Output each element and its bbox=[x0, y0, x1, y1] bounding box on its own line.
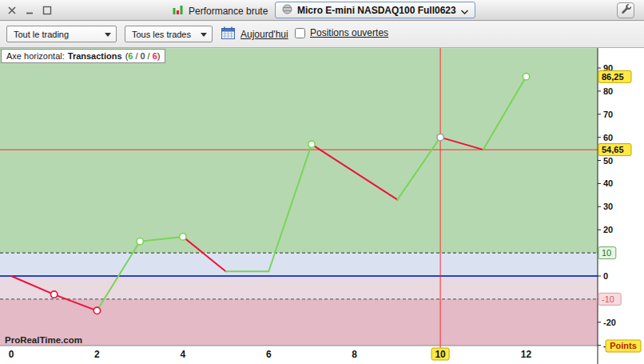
performance-tab: Performance brute bbox=[173, 4, 268, 18]
svg-text:20: 20 bbox=[603, 225, 613, 234]
open-positions-label: Positions ouvertes bbox=[310, 27, 388, 38]
minimize-icon[interactable] bbox=[25, 6, 34, 15]
wins-count: 6 bbox=[128, 51, 133, 61]
instrument-label: Micro E-mini NASDAQ100 Full0623 bbox=[297, 5, 456, 16]
wrench-icon bbox=[620, 3, 631, 18]
flat-count: 0 bbox=[140, 51, 145, 61]
watermark: ProRealTime.com bbox=[5, 335, 82, 345]
chevron-down-icon bbox=[201, 33, 207, 37]
trading-scope-value: Tout le trading bbox=[14, 30, 69, 39]
settings-button[interactable] bbox=[617, 2, 634, 18]
svg-text:-20: -20 bbox=[603, 318, 616, 327]
filter-toolbar: Tout le trading Tous les trades Aujourd'… bbox=[0, 21, 644, 48]
svg-text:8: 8 bbox=[352, 349, 357, 360]
close-icon[interactable] bbox=[7, 6, 17, 15]
svg-text:80: 80 bbox=[603, 86, 613, 96]
count-separator: / bbox=[135, 51, 137, 61]
svg-text:0: 0 bbox=[603, 271, 608, 281]
svg-text:10: 10 bbox=[602, 248, 611, 258]
svg-text:50: 50 bbox=[603, 156, 613, 166]
calendar-button[interactable] bbox=[218, 26, 237, 42]
chevron-down-icon bbox=[461, 3, 468, 18]
instrument-select[interactable]: Micro E-mini NASDAQ100 Full0623 bbox=[275, 2, 475, 18]
svg-text:40: 40 bbox=[603, 178, 613, 188]
svg-text:10: 10 bbox=[435, 349, 446, 360]
svg-text:6: 6 bbox=[266, 349, 272, 360]
svg-text:Points: Points bbox=[610, 341, 637, 350]
svg-text:-10: -10 bbox=[602, 294, 614, 304]
chevron-down-icon bbox=[105, 33, 111, 37]
today-label[interactable]: Aujourd'hui bbox=[241, 29, 288, 40]
trades-filter-value: Tous les trades bbox=[132, 30, 191, 39]
svg-text:2: 2 bbox=[94, 349, 100, 360]
axis-info-prefix: Axe horizontal: bbox=[6, 51, 65, 61]
count-separator: / bbox=[148, 51, 150, 61]
svg-text:0: 0 bbox=[9, 349, 14, 360]
titlebar: Performance brute Micro E-mini NASDAQ100… bbox=[0, 0, 644, 21]
open-positions-input[interactable] bbox=[295, 28, 305, 38]
instrument-icon bbox=[282, 3, 292, 18]
axis-info-name: Transactions bbox=[68, 51, 122, 61]
chart-area: 90807060504030200-20-3010-1086,2554,6502… bbox=[0, 48, 644, 364]
axis-info-box: Axe horizontal: Transactions ( 6 / 0 / 6… bbox=[1, 49, 165, 63]
performance-chart[interactable]: 90807060504030200-20-3010-1086,2554,6502… bbox=[0, 48, 644, 364]
svg-text:4: 4 bbox=[180, 349, 185, 360]
paren-close: ) bbox=[157, 51, 161, 61]
bar-chart-icon bbox=[173, 4, 184, 18]
svg-text:86,25: 86,25 bbox=[602, 72, 624, 82]
svg-text:60: 60 bbox=[603, 133, 613, 142]
performance-label: Performance brute bbox=[189, 6, 268, 17]
trades-filter-dropdown[interactable]: Tous les trades bbox=[125, 26, 213, 42]
performance-window: Performance brute Micro E-mini NASDAQ100… bbox=[0, 0, 644, 364]
svg-text:30: 30 bbox=[603, 202, 613, 211]
window-controls bbox=[7, 6, 52, 15]
svg-text:54,65: 54,65 bbox=[602, 145, 624, 154]
maximize-icon[interactable] bbox=[42, 6, 52, 15]
svg-text:12: 12 bbox=[521, 349, 532, 360]
open-positions-checkbox[interactable]: Positions ouvertes bbox=[295, 27, 388, 38]
calendar-icon bbox=[221, 26, 235, 42]
trading-scope-dropdown[interactable]: Tout le trading bbox=[6, 26, 117, 42]
svg-text:70: 70 bbox=[603, 110, 613, 119]
